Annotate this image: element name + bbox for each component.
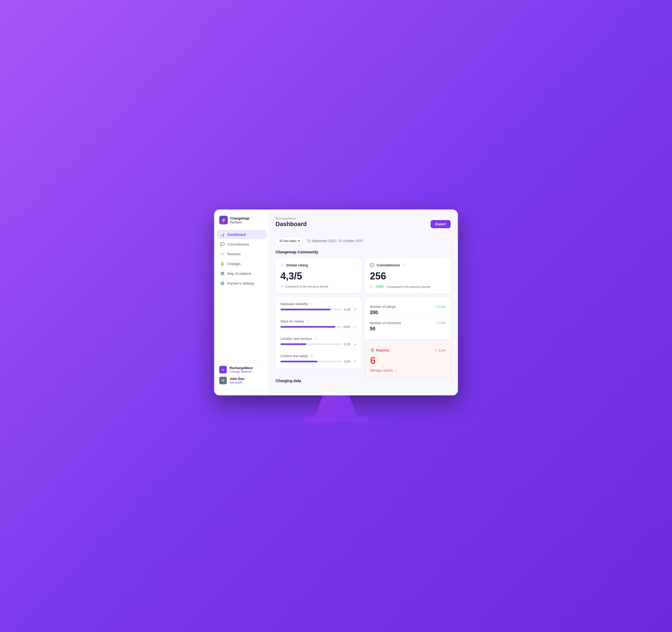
metric-label-value-money: Value for money bbox=[281, 320, 304, 323]
date-filter-label: 30 last days bbox=[279, 239, 296, 243]
stat-value-comments: 50 bbox=[370, 326, 401, 332]
page-subtitle: RechargeWave bbox=[275, 217, 307, 220]
metric-value-location: 2,1/5 bbox=[344, 343, 352, 346]
sidebar-label-dashboard: Dashboard bbox=[227, 233, 246, 237]
metric-value-comfort: 3,0/5 bbox=[344, 360, 352, 363]
sidebar-item-map-stations[interactable]: 🗺️ Map of stations bbox=[217, 269, 267, 278]
global-rating-card: ☆ Global rating 4,3/5 ↗ Compared to the … bbox=[275, 258, 361, 293]
map-icon: 🗺️ bbox=[220, 271, 225, 276]
metric-label-hardware: Hardware reliability bbox=[281, 302, 308, 306]
metric-hardware: Hardware reliability ⓘ 4,1/5 ↗ bbox=[281, 302, 356, 315]
metric-value-hardware: 4,1/5 bbox=[344, 308, 352, 311]
logo-area: ⚡ Chargemap Partners bbox=[215, 216, 269, 230]
reports-value: 6 bbox=[370, 355, 446, 367]
stat-row-comments: Number of comments 50 — 0,0% bbox=[370, 319, 446, 334]
stat-value-ratings: 200 bbox=[370, 310, 395, 315]
network-avatar: ⚡ bbox=[219, 366, 227, 373]
global-rating-value: 4,3/5 bbox=[281, 271, 356, 282]
metric-value-money: Value for money ⓘ 4,5/5 — bbox=[281, 319, 356, 333]
charges-icon: 🔋 bbox=[220, 261, 225, 266]
manage-reports-link[interactable]: Manage reports → bbox=[370, 369, 446, 372]
dashboard-icon: 📊 bbox=[220, 232, 225, 237]
right-col: 💬 Commitments ⓘ 256 ↗ +1,5% Compared to … bbox=[365, 258, 451, 377]
page-title: Dashboard bbox=[275, 220, 307, 228]
monitor-wrapper: ⚡ Chargemap Partners 📊 Dashboard 💬 Commi… bbox=[214, 210, 458, 422]
see-profile-link[interactable]: See profil bbox=[230, 381, 244, 384]
commitments-icon-card: 💬 bbox=[370, 263, 375, 267]
main-content: RechargeWave Dashboard Export 30 last da… bbox=[269, 210, 457, 395]
commitments-value: 256 bbox=[370, 271, 446, 282]
title-block: RechargeWave Dashboard bbox=[275, 217, 307, 231]
sidebar: ⚡ Chargemap Partners 📊 Dashboard 💬 Commi… bbox=[215, 210, 269, 395]
metric-bar-bg-comfort bbox=[281, 361, 342, 362]
stat-change-comments: — 0,0% bbox=[435, 321, 446, 324]
metric-bar-bg-location bbox=[281, 343, 342, 345]
commitments-badge: +1,5% bbox=[374, 285, 385, 289]
info-icon-value-money: ⓘ bbox=[306, 319, 309, 323]
network-footer-item[interactable]: ⚡ RechargeWave Change Network bbox=[218, 364, 266, 375]
reports-title-row: 🛡️ Reports bbox=[370, 348, 389, 352]
date-filter-dropdown[interactable]: 30 last days ▾ bbox=[275, 237, 303, 245]
sidebar-item-dashboard[interactable]: 📊 Dashboard bbox=[217, 230, 267, 239]
export-button[interactable]: Export bbox=[431, 220, 451, 228]
reports-title: Reports bbox=[376, 348, 389, 352]
sidebar-label-commitments: Commitments bbox=[227, 242, 249, 247]
reports-card: 🛡️ Reports ↗ -1,5% 6 Manage reports → bbox=[365, 343, 451, 377]
info-icon-location: ⓘ bbox=[314, 336, 317, 341]
sidebar-item-charges[interactable]: 🔋 Charges bbox=[217, 259, 267, 268]
metric-location: Location and services ⓘ 2,1/5 ↘ bbox=[281, 336, 356, 350]
metric-value-value-money: 4,5/5 bbox=[343, 325, 351, 328]
user-footer-item[interactable]: JD John Doe See profil bbox=[218, 375, 266, 386]
stat-comments-info: Number of comments 50 bbox=[370, 321, 401, 332]
metric-bar-bg-value-money bbox=[281, 326, 341, 328]
monitor-base bbox=[304, 417, 368, 422]
community-section-title: Chargemap Community bbox=[275, 250, 451, 254]
trend-icon-location: ↘ bbox=[354, 342, 356, 346]
reports-change: ↗ -1,5% bbox=[434, 349, 446, 352]
community-cards: ☆ Global rating 4,3/5 ↗ Compared to the … bbox=[275, 258, 451, 377]
metric-bar-fill-value-money bbox=[281, 326, 335, 328]
trend-up-ratings-icon: ↗ bbox=[434, 305, 436, 308]
trend-icon-value-money: — bbox=[353, 325, 356, 329]
sidebar-label-reviews: Reviews bbox=[227, 252, 241, 256]
nav-items: 📊 Dashboard 💬 Commitments ☆ Reviews 🔋 Ch… bbox=[215, 230, 269, 361]
commitments-header: 💬 Commitments ⓘ bbox=[370, 263, 446, 267]
charging-section-title: Charging data bbox=[275, 379, 451, 383]
network-info: RechargeWave Change Network bbox=[230, 366, 253, 373]
metric-bar-bg-hardware bbox=[281, 309, 342, 310]
stats-card: Number of ratings 200 ↗ +2,5% bbox=[365, 297, 451, 339]
stat-change-ratings: ↗ +2,5% bbox=[434, 305, 446, 308]
network-name: RechargeWave bbox=[230, 366, 253, 370]
user-avatar: JD bbox=[219, 377, 227, 384]
stat-label-ratings: Number of ratings bbox=[370, 305, 395, 309]
header-row: RechargeWave Dashboard Export bbox=[275, 217, 451, 231]
star-icon: ☆ bbox=[281, 263, 284, 267]
metric-label-comfort: Comfort and safety bbox=[281, 354, 308, 358]
trend-icon-comfort: ↗ bbox=[354, 360, 356, 364]
stat-row-ratings: Number of ratings 200 ↗ +2,5% bbox=[370, 302, 446, 319]
settings-icon: ⚙️ bbox=[220, 281, 225, 285]
info-icon-commitments: ⓘ bbox=[403, 263, 406, 267]
sidebar-item-commitments[interactable]: 💬 Commitments bbox=[217, 239, 267, 249]
trend-up-reports-icon: ↗ bbox=[434, 349, 437, 352]
commitments-comparison: ↗ +1,5% Compared to the previous period bbox=[370, 285, 446, 289]
metrics-card: Hardware reliability ⓘ 4,1/5 ↗ bbox=[275, 297, 361, 368]
commitments-title: Commitments bbox=[377, 263, 400, 267]
commitments-icon: 💬 bbox=[220, 242, 225, 247]
monitor-stand bbox=[314, 395, 358, 417]
global-rating-title: Global rating bbox=[286, 263, 308, 267]
user-name: John Doe bbox=[230, 377, 244, 381]
monitor-screen: ⚡ Chargemap Partners 📊 Dashboard 💬 Commi… bbox=[214, 210, 458, 395]
metric-bar-fill-comfort bbox=[281, 361, 317, 362]
sidebar-label-settings: Partner's settings bbox=[227, 281, 255, 285]
change-network-link[interactable]: Change Network bbox=[230, 370, 253, 373]
sidebar-item-reviews[interactable]: ☆ Reviews bbox=[217, 249, 267, 259]
sidebar-label-charges: Charges bbox=[227, 262, 241, 266]
app-container: ⚡ Chargemap Partners 📊 Dashboard 💬 Commi… bbox=[215, 210, 457, 395]
stat-ratings-info: Number of ratings 200 bbox=[370, 305, 395, 315]
trend-up-icon: ↗ bbox=[281, 285, 283, 288]
logo-icon: ⚡ bbox=[219, 216, 228, 225]
reviews-icon: ☆ bbox=[220, 252, 225, 256]
sidebar-item-partner-settings[interactable]: ⚙️ Partner's settings bbox=[217, 279, 267, 288]
shield-icon: 🛡️ bbox=[370, 348, 375, 352]
